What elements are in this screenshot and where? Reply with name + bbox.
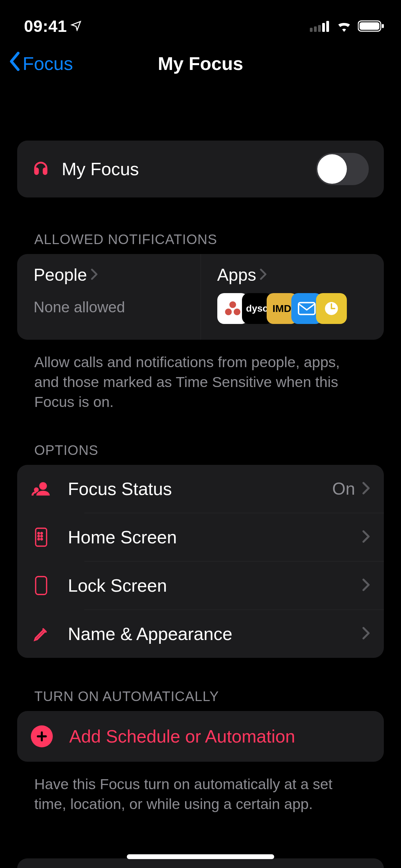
svg-rect-1 — [314, 26, 317, 32]
status-bar: 09:41 — [0, 0, 401, 41]
svg-rect-4 — [326, 21, 329, 32]
svg-point-19 — [41, 532, 42, 534]
svg-point-21 — [41, 535, 42, 537]
svg-rect-24 — [36, 577, 47, 594]
allowed-notifications-header: Allowed Notifications — [34, 232, 384, 247]
allowed-people-button[interactable]: People None allowed — [17, 254, 200, 340]
svg-rect-7 — [382, 24, 384, 28]
svg-point-9 — [225, 309, 232, 315]
focus-toggle-label: My Focus — [62, 159, 316, 179]
add-automation-label: Add Schedule or Automation — [69, 726, 295, 747]
cellular-icon — [310, 20, 330, 32]
app-icon-clock — [316, 293, 347, 324]
svg-rect-6 — [360, 22, 379, 30]
allowed-apps-button[interactable]: Apps dyso IMD — [201, 254, 384, 340]
allowed-notifications-footer: Allow calls and notifications from peopl… — [34, 352, 367, 412]
svg-rect-2 — [318, 25, 321, 32]
chevron-right-icon — [90, 268, 98, 281]
svg-point-15 — [39, 482, 47, 490]
plus-circle-icon — [31, 725, 53, 747]
option-label: Name & Appearance — [68, 624, 362, 644]
chevron-right-icon — [362, 578, 370, 593]
focus-toggle-switch[interactable] — [316, 153, 369, 185]
pencil-icon — [31, 626, 51, 642]
svg-rect-3 — [322, 23, 325, 32]
add-automation-button[interactable]: Add Schedule or Automation — [17, 711, 384, 762]
back-label: Focus — [23, 53, 73, 74]
options-header: Options — [34, 443, 384, 458]
option-home-screen[interactable]: Home Screen — [17, 513, 384, 561]
back-button[interactable]: Focus — [8, 52, 73, 75]
home-indicator[interactable] — [127, 854, 274, 859]
status-left: 09:41 — [24, 17, 82, 36]
option-value: On — [332, 479, 355, 499]
svg-point-23 — [41, 539, 42, 540]
chevron-right-icon — [259, 268, 267, 281]
options-card: Focus Status On Home Screen — [17, 465, 384, 658]
page-title: My Focus — [158, 53, 243, 74]
wifi-icon — [336, 20, 352, 32]
svg-rect-11 — [299, 303, 315, 315]
allowed-apps-label: Apps — [217, 265, 256, 285]
chevron-left-icon — [8, 52, 21, 75]
location-icon — [70, 20, 82, 33]
option-label: Focus Status — [68, 479, 332, 499]
status-right — [310, 20, 385, 32]
delete-focus-button[interactable]: Delete Focus — [17, 858, 384, 868]
svg-point-18 — [38, 532, 39, 534]
allowed-people-value: None allowed — [34, 299, 184, 316]
battery-icon — [358, 20, 385, 32]
lock-screen-icon — [31, 576, 51, 595]
option-lock-screen[interactable]: Lock Screen — [17, 562, 384, 610]
automation-header: Turn On Automatically — [34, 689, 384, 704]
option-label: Home Screen — [68, 527, 362, 547]
chevron-right-icon — [362, 482, 370, 496]
chevron-right-icon — [362, 530, 370, 544]
allowed-notifications-card: People None allowed Apps — [17, 254, 384, 340]
svg-point-8 — [229, 301, 236, 308]
allowed-apps-icons: dyso IMD — [217, 293, 368, 324]
svg-point-20 — [38, 535, 39, 537]
option-focus-status[interactable]: Focus Status On — [17, 465, 384, 513]
option-name-appearance[interactable]: Name & Appearance — [17, 610, 384, 658]
allowed-people-label: People — [34, 265, 87, 285]
home-screen-icon — [31, 527, 51, 547]
headphones-icon — [32, 160, 49, 178]
svg-point-22 — [38, 539, 39, 540]
status-time: 09:41 — [24, 17, 67, 36]
nav-bar: Focus My Focus — [0, 41, 401, 86]
automation-footer: Have this Focus turn on automatically at… — [34, 774, 367, 814]
svg-point-10 — [233, 309, 240, 315]
focus-toggle-row: My Focus — [17, 141, 384, 197]
option-label: Lock Screen — [68, 575, 362, 596]
svg-rect-0 — [310, 28, 313, 32]
chevron-right-icon — [362, 627, 370, 641]
switch-knob — [317, 154, 347, 184]
focus-status-icon — [31, 479, 51, 498]
